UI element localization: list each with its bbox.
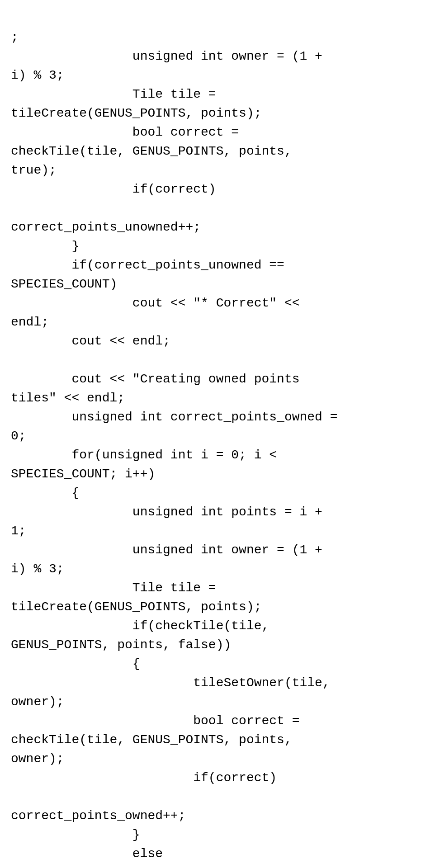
code-line: } — [11, 237, 424, 256]
code-line: } — [11, 826, 424, 844]
code-line: 0; — [11, 427, 424, 446]
code-line: else — [11, 844, 424, 863]
code-line: tileCreate(GENUS_POINTS, points); — [11, 104, 424, 123]
code-line: cout << "Creating owned points — [11, 370, 424, 389]
code-line: correct_points_owned++; — [11, 807, 424, 826]
code-line: unsigned int owner = (1 + — [11, 47, 424, 66]
code-line: for(unsigned int i = 0; i < — [11, 446, 424, 465]
code-line: bool correct = — [11, 712, 424, 731]
code-line: SPECIES_COUNT) — [11, 275, 424, 294]
code-line: cout << "* Correct" << — [11, 294, 424, 313]
code-line: { — [11, 655, 424, 674]
code-line: correct_points_unowned++; — [11, 218, 424, 237]
code-line: if(correct) — [11, 180, 424, 199]
code-line: true); — [11, 161, 424, 180]
code-line: Tile tile = — [11, 85, 424, 104]
code-line: tileSetOwner(tile, — [11, 674, 424, 693]
code-line: unsigned int owner = (1 + — [11, 541, 424, 560]
code-line: cout << endl; — [11, 332, 424, 351]
code-line: if(correct) — [11, 769, 424, 788]
code-line: 1; — [11, 522, 424, 541]
code-line: checkTile(tile, GENUS_POINTS, points, — [11, 142, 424, 161]
code-line: owner); — [11, 693, 424, 712]
code-line: if(checkTile(tile, — [11, 617, 424, 636]
code-line: bool correct = — [11, 123, 424, 142]
code-line: owner); — [11, 750, 424, 769]
code-line: if(correct_points_unowned == — [11, 256, 424, 275]
code-line: SPECIES_COUNT; i++) — [11, 465, 424, 484]
code-line — [11, 199, 424, 218]
code-line: tileCreate(GENUS_POINTS, points); — [11, 598, 424, 617]
code-line: GENUS_POINTS, points, false)) — [11, 636, 424, 655]
code-line: i) % 3; — [11, 66, 424, 85]
code-line: checkTile(tile, GENUS_POINTS, points, — [11, 731, 424, 750]
code-line: { — [11, 484, 424, 503]
code-line — [11, 351, 424, 370]
code-line: ; — [11, 28, 424, 47]
code-line: unsigned int points = i + — [11, 503, 424, 522]
code-block: ; unsigned int owner = (1 +i) % 3; Tile … — [0, 0, 435, 868]
code-line: endl; — [11, 313, 424, 332]
code-line: tiles" << endl; — [11, 389, 424, 408]
code-line — [11, 788, 424, 807]
code-line: unsigned int correct_points_owned = — [11, 408, 424, 427]
code-line: i) % 3; — [11, 560, 424, 579]
code-line: Tile tile = — [11, 579, 424, 598]
